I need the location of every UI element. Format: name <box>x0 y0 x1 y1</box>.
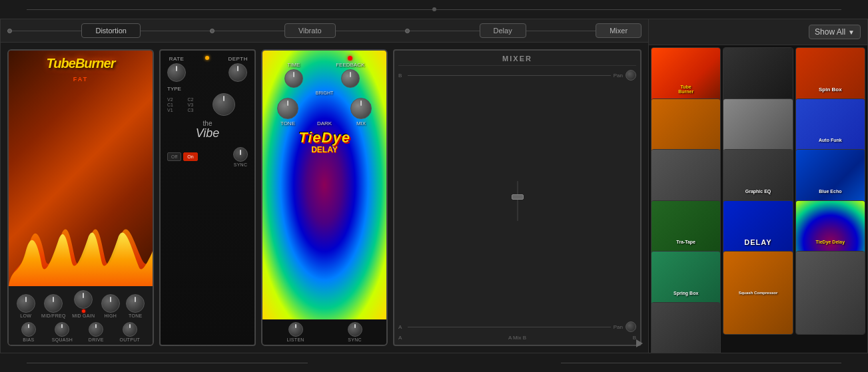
midfreq-knob[interactable] <box>44 294 63 313</box>
pedal-tiedye-delay[interactable]: TIME FEEDBACK BRIGHT <box>261 49 388 346</box>
vibe-type-label: TYPE <box>167 86 181 92</box>
vibe-type-c1: C1 <box>167 102 187 107</box>
delay-tone-group[interactable]: TONE <box>277 98 298 126</box>
midgain-knob[interactable] <box>74 290 93 309</box>
pedal-tubeburner[interactable]: TubeBurner FAT <box>7 49 154 346</box>
delay-sync-group[interactable]: SYNC <box>348 322 362 342</box>
chain-dot-start <box>7 29 12 33</box>
show-all-label: Show All <box>815 27 845 37</box>
tubeburner-controls: LOW MID/FREQ MID GAIN <box>9 286 153 345</box>
delay-bottom-knobs: TONE DARK MIX <box>268 98 381 126</box>
flame-decoration <box>9 220 154 286</box>
delay-listen-knob[interactable] <box>288 322 303 337</box>
delay-time-knob[interactable] <box>284 69 303 88</box>
mixer-ab-row: A A Mix B B <box>398 332 636 341</box>
bias-label: BIAS <box>23 337 34 342</box>
browser-item-gray3[interactable] <box>651 302 721 353</box>
tubeburner-top: TubeBurner FAT <box>9 51 153 286</box>
tubeburner-knob-tone[interactable]: TONE <box>126 294 145 318</box>
delay-mix-group[interactable]: MIX <box>350 98 372 126</box>
pedal-mixer: MIXER B Pan A <box>393 49 642 346</box>
vibe-type-v2: V2 <box>167 97 187 102</box>
tubeburner-knob-bias[interactable]: BIAS <box>21 322 36 342</box>
delay-feedback-knob[interactable] <box>341 69 360 88</box>
vibe-sync-knob[interactable] <box>233 147 248 162</box>
squash-knob[interactable] <box>55 322 69 337</box>
tubeburner-knob-drive[interactable]: DRIVE <box>89 322 104 342</box>
chain-dot-2 <box>210 29 215 33</box>
vibe-on-btn[interactable]: On <box>183 152 197 161</box>
top-resize-handle[interactable] <box>0 0 868 19</box>
tubeburner-knob-high[interactable]: HIGH <box>101 294 120 318</box>
chain-line-3 <box>215 31 284 31</box>
tubeburner-knob-low[interactable]: LOW <box>17 294 35 318</box>
bottom-resize-handle[interactable] <box>0 353 868 372</box>
vibe-type-c2: C2 <box>188 97 208 102</box>
resize-dot <box>432 7 436 11</box>
mixer-b-label: B <box>398 73 405 79</box>
chain-line-4 <box>336 31 405 31</box>
delay-bright-dark: BRIGHT <box>268 91 381 95</box>
vibe-rate-group[interactable]: RATE <box>167 56 186 82</box>
high-knob[interactable] <box>101 294 120 313</box>
vibe-type-v3: V3 <box>188 102 208 107</box>
mixer-a-label: A <box>398 324 405 330</box>
delay-sync-knob[interactable] <box>348 322 362 337</box>
delay-feedback-group[interactable]: FEEDBACK <box>336 56 364 88</box>
tubeburner-knob-output[interactable]: OUTPUT <box>120 322 141 342</box>
delay-mix-knob[interactable] <box>350 98 372 119</box>
delay-title-tiedye: TieDye <box>268 130 381 145</box>
drive-knob[interactable] <box>89 322 103 337</box>
vibe-off-btn[interactable]: Off <box>167 152 181 161</box>
mixer-fader-track <box>517 181 518 221</box>
mixer-rows: B Pan A Pan <box>398 70 636 332</box>
browser-item-gray2[interactable] <box>795 251 865 335</box>
mixer-a-pan-label: Pan <box>614 324 623 330</box>
show-all-select[interactable]: Show All ▼ <box>809 25 861 39</box>
bottom-line-left <box>27 363 308 363</box>
delay-listen-group[interactable]: LISTEN <box>286 322 304 342</box>
tubeburner-knob-midgain[interactable]: MID GAIN <box>72 290 95 318</box>
low-knob[interactable] <box>17 294 35 313</box>
chain-slot-delay[interactable]: Delay <box>480 23 526 38</box>
chain-slot-mixer[interactable]: Mixer <box>596 23 642 38</box>
output-knob[interactable] <box>123 322 137 337</box>
tubeburner-knob-squash[interactable]: SQUASH <box>52 322 73 342</box>
mixer-b-pan-knob[interactable] <box>626 70 636 81</box>
bias-knob[interactable] <box>21 322 36 337</box>
vibe-depth-knob[interactable] <box>228 63 247 82</box>
midgain-led <box>82 309 85 313</box>
mixer-a-pan-knob[interactable] <box>626 321 636 332</box>
chain-line-5 <box>410 31 479 31</box>
vibe-rate-knob[interactable] <box>167 63 186 82</box>
mixer-fader-thumb[interactable] <box>512 194 524 200</box>
tone-knob[interactable] <box>126 294 145 313</box>
drive-label: DRIVE <box>89 337 104 342</box>
tubeburner-knob-midfreq[interactable]: MID/FREQ <box>41 294 66 318</box>
vibe-depth-group[interactable]: DEPTH <box>228 56 248 82</box>
tubeburner-knob-row-2: BIAS SQUASH DRIVE OUTPUT <box>14 322 147 342</box>
delay-title-delay: DELAY <box>268 145 381 154</box>
chain-slot-distortion[interactable]: Distortion <box>81 23 140 38</box>
tubeburner-knob-row-1: LOW MID/FREQ MID GAIN <box>14 290 147 318</box>
tubeburner-title: TubeBurner <box>9 56 153 71</box>
mixer-b-line <box>408 75 611 76</box>
mixer-fader-area[interactable] <box>398 81 636 321</box>
delay-bright-label: BRIGHT <box>316 91 333 95</box>
delay-tone-knob[interactable] <box>277 98 298 119</box>
delay-time-group[interactable]: TIME <box>284 62 303 88</box>
mixer-a-line <box>408 327 611 327</box>
pedal-vibe[interactable]: RATE DEPTH TYPE V2 <box>159 49 256 346</box>
pedalboard-area: Distortion Vibrato Delay Mixer TubeBurne… <box>0 19 648 353</box>
chain-slot-vibrato[interactable]: Vibrato <box>284 23 336 38</box>
delay-tone-label: TONE <box>280 120 295 126</box>
vibe-sync-group[interactable]: Sync <box>233 147 248 167</box>
thumb-label-squash: Squash Compressor <box>723 252 792 334</box>
chain-line-1 <box>12 31 81 31</box>
delay-time-label: TIME <box>287 62 300 68</box>
vibe-depth-label: DEPTH <box>228 56 248 62</box>
vibe-type-knob[interactable] <box>213 93 235 116</box>
browser-item-squash[interactable]: Squash Compressor <box>723 251 793 335</box>
pedal-next-arrow[interactable] <box>636 339 643 347</box>
tone-label: TONE <box>129 313 143 318</box>
